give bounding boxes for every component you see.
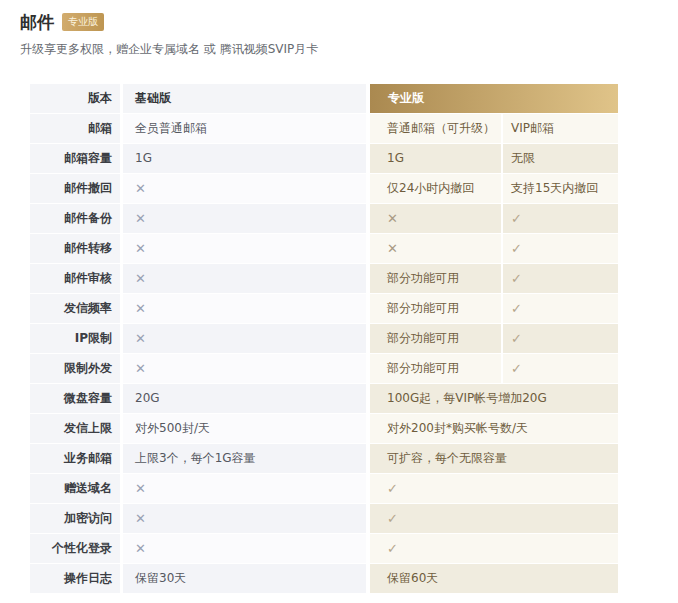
row-label: 邮箱容量 (30, 144, 120, 173)
cross-icon: ✕ (135, 511, 146, 526)
basic-version-cell: ✕ (123, 264, 366, 293)
pro-normal-mailbox-cell: 部分功能可用 (370, 264, 501, 293)
row-label: 邮件审核 (30, 264, 120, 293)
pro-version-cell: 100G起，每VIP帐号增加20G (370, 384, 618, 413)
basic-version-cell: ✕ (123, 504, 366, 533)
pro-vip-mailbox-cell: ✓ (503, 264, 618, 293)
pro-vip-mailbox-cell: ✓ (503, 204, 618, 233)
table-row: 发信上限对外500封/天对外200封*购买帐号数/天 (30, 414, 618, 444)
cross-icon: ✕ (135, 541, 146, 556)
pro-version-cell: 对外200封*购买帐号数/天 (370, 414, 618, 443)
column-header-version: 版本 (30, 84, 120, 113)
basic-version-cell: ✕ (123, 294, 366, 323)
row-label: 个性化登录 (30, 534, 120, 563)
cross-icon: ✕ (135, 331, 146, 346)
table-row: 微盘容量20G100G起，每VIP帐号增加20G (30, 384, 618, 414)
comparison-table: 版本 基础版 专业版 邮箱全员普通邮箱普通邮箱（可升级）VIP邮箱邮箱容量1G1… (30, 84, 618, 594)
basic-version-cell: ✕ (123, 534, 366, 563)
basic-version-cell: ✕ (123, 234, 366, 263)
table-row: 邮箱全员普通邮箱普通邮箱（可升级）VIP邮箱 (30, 114, 618, 144)
basic-version-cell: 1G (123, 144, 366, 173)
cross-icon: ✕ (135, 301, 146, 316)
pro-vip-mailbox-cell: 支持15天内撤回 (503, 174, 618, 203)
page-header: 邮件 专业版 升级享更多权限，赠企业专属域名 或 腾讯视频SVIP月卡 (0, 0, 678, 57)
table-row: IP限制✕部分功能可用✓ (30, 324, 618, 354)
row-label: 发信上限 (30, 414, 120, 443)
basic-version-cell: 对外500封/天 (123, 414, 366, 443)
row-label: 微盘容量 (30, 384, 120, 413)
row-label: 发信频率 (30, 294, 120, 323)
pro-normal-mailbox-cell: 部分功能可用 (370, 294, 501, 323)
page-subtitle: 升级享更多权限，赠企业专属域名 或 腾讯视频SVIP月卡 (20, 41, 678, 57)
check-icon: ✓ (511, 271, 522, 286)
table-row: 限制外发✕部分功能可用✓ (30, 354, 618, 384)
pro-version-cell: ✓ (370, 474, 618, 503)
pro-vip-mailbox-cell: ✓ (503, 234, 618, 263)
pro-version-cell: ✓ (370, 534, 618, 563)
basic-version-cell: 全员普通邮箱 (123, 114, 366, 143)
row-label: 邮件备份 (30, 204, 120, 233)
table-row: 邮件转移✕✕✓ (30, 234, 618, 264)
table-row: 发信频率✕部分功能可用✓ (30, 294, 618, 324)
pro-vip-mailbox-cell: ✓ (503, 324, 618, 353)
pro-normal-mailbox-cell: ✕ (370, 234, 501, 263)
check-icon: ✓ (511, 211, 522, 226)
check-icon: ✓ (511, 301, 522, 316)
pro-version-cell: ✓ (370, 504, 618, 533)
pro-vip-mailbox-cell: VIP邮箱 (503, 114, 618, 143)
row-label: 邮箱 (30, 114, 120, 143)
table-row: 业务邮箱上限3个，每个1G容量可扩容，每个无限容量 (30, 444, 618, 474)
page-title: 邮件 (20, 11, 54, 33)
check-icon: ✓ (511, 241, 522, 256)
cross-icon: ✕ (135, 271, 146, 286)
check-icon: ✓ (387, 511, 398, 526)
cross-icon: ✕ (135, 241, 146, 256)
table-row: 加密访问✕✓ (30, 504, 618, 534)
table-header-row: 版本 基础版 专业版 (30, 84, 618, 114)
row-label: 限制外发 (30, 354, 120, 383)
basic-version-cell: 20G (123, 384, 366, 413)
pro-normal-mailbox-cell: 部分功能可用 (370, 324, 501, 353)
check-icon: ✓ (511, 361, 522, 376)
cross-icon: ✕ (135, 211, 146, 226)
check-icon: ✓ (387, 481, 398, 496)
row-label: 邮件撤回 (30, 174, 120, 203)
basic-version-cell: 保留30天 (123, 564, 366, 593)
cross-icon: ✕ (135, 361, 146, 376)
cross-icon: ✕ (135, 181, 146, 196)
row-label: 操作日志 (30, 564, 120, 593)
pro-vip-mailbox-cell: ✓ (503, 354, 618, 383)
row-label: IP限制 (30, 324, 120, 353)
check-icon: ✓ (387, 541, 398, 556)
cross-icon: ✕ (387, 241, 398, 256)
column-header-basic: 基础版 (123, 84, 366, 113)
check-icon: ✓ (511, 331, 522, 346)
pro-vip-mailbox-cell: 无限 (503, 144, 618, 173)
pro-version-cell: 保留60天 (370, 564, 618, 593)
pro-normal-mailbox-cell: 仅24小时内撤回 (370, 174, 501, 203)
row-label: 加密访问 (30, 504, 120, 533)
basic-version-cell: ✕ (123, 474, 366, 503)
table-row: 邮件审核✕部分功能可用✓ (30, 264, 618, 294)
pro-version-cell: 可扩容，每个无限容量 (370, 444, 618, 473)
pro-normal-mailbox-cell: 1G (370, 144, 501, 173)
basic-version-cell: ✕ (123, 324, 366, 353)
table-row: 赠送域名✕✓ (30, 474, 618, 504)
table-row: 个性化登录✕✓ (30, 534, 618, 564)
table-row: 邮件备份✕✕✓ (30, 204, 618, 234)
table-row: 邮箱容量1G1G无限 (30, 144, 618, 174)
row-label: 赠送域名 (30, 474, 120, 503)
pro-vip-mailbox-cell: ✓ (503, 294, 618, 323)
row-label: 邮件转移 (30, 234, 120, 263)
row-label: 业务邮箱 (30, 444, 120, 473)
basic-version-cell: ✕ (123, 204, 366, 233)
cross-icon: ✕ (135, 481, 146, 496)
pro-normal-mailbox-cell: 部分功能可用 (370, 354, 501, 383)
basic-version-cell: ✕ (123, 354, 366, 383)
column-header-pro: 专业版 (370, 84, 618, 113)
pro-version-badge: 专业版 (62, 13, 104, 31)
basic-version-cell: ✕ (123, 174, 366, 203)
pro-normal-mailbox-cell: ✕ (370, 204, 501, 233)
basic-version-cell: 上限3个，每个1G容量 (123, 444, 366, 473)
page: 邮件 专业版 升级享更多权限，赠企业专属域名 或 腾讯视频SVIP月卡 版本 基… (0, 0, 678, 603)
